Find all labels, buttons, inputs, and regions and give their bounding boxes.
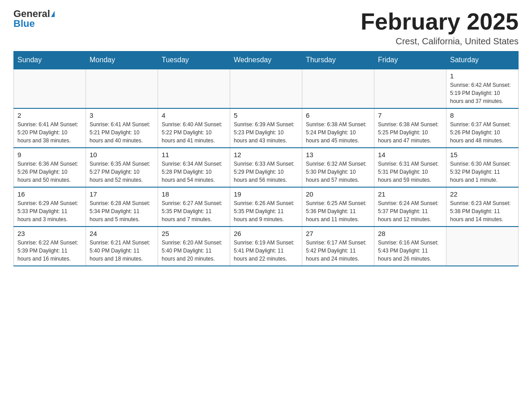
calendar-cell: 16Sunrise: 6:29 AM Sunset: 5:33 PM Dayli… xyxy=(14,187,86,227)
calendar-cell: 4Sunrise: 6:40 AM Sunset: 5:22 PM Daylig… xyxy=(158,108,230,148)
day-info: Sunrise: 6:21 AM Sunset: 5:40 PM Dayligh… xyxy=(90,239,154,263)
day-number: 1 xyxy=(450,72,515,80)
day-info: Sunrise: 6:25 AM Sunset: 5:36 PM Dayligh… xyxy=(306,199,370,223)
day-number: 26 xyxy=(234,230,298,237)
calendar-table: SundayMondayTuesdayWednesdayThursdayFrid… xyxy=(13,51,519,266)
day-header-wednesday: Wednesday xyxy=(230,51,302,69)
day-number: 24 xyxy=(90,230,154,237)
calendar-cell: 13Sunrise: 6:32 AM Sunset: 5:30 PM Dayli… xyxy=(302,148,374,187)
calendar-cell: 24Sunrise: 6:21 AM Sunset: 5:40 PM Dayli… xyxy=(86,227,158,266)
calendar-cell: 5Sunrise: 6:39 AM Sunset: 5:23 PM Daylig… xyxy=(230,108,302,148)
calendar-cell: 14Sunrise: 6:31 AM Sunset: 5:31 PM Dayli… xyxy=(374,148,446,187)
day-number: 23 xyxy=(17,230,82,237)
day-number: 12 xyxy=(234,151,298,158)
calendar-cell: 25Sunrise: 6:20 AM Sunset: 5:40 PM Dayli… xyxy=(158,227,230,266)
day-number: 16 xyxy=(17,190,82,198)
day-number: 20 xyxy=(306,190,370,198)
day-number: 13 xyxy=(306,151,370,158)
day-header-saturday: Saturday xyxy=(446,51,519,69)
day-number: 3 xyxy=(90,111,154,119)
day-info: Sunrise: 6:22 AM Sunset: 5:39 PM Dayligh… xyxy=(17,239,82,263)
day-info: Sunrise: 6:36 AM Sunset: 5:26 PM Dayligh… xyxy=(17,160,82,184)
day-number: 10 xyxy=(90,151,154,158)
calendar-cell: 27Sunrise: 6:17 AM Sunset: 5:42 PM Dayli… xyxy=(302,227,374,266)
calendar-cell: 23Sunrise: 6:22 AM Sunset: 5:39 PM Dayli… xyxy=(14,227,86,266)
day-info: Sunrise: 6:28 AM Sunset: 5:34 PM Dayligh… xyxy=(90,199,154,223)
calendar-cell xyxy=(86,69,158,108)
day-number: 8 xyxy=(450,111,515,119)
day-header-thursday: Thursday xyxy=(302,51,374,69)
day-number: 17 xyxy=(90,190,154,198)
calendar-cell: 3Sunrise: 6:41 AM Sunset: 5:21 PM Daylig… xyxy=(86,108,158,148)
calendar-week-row: 23Sunrise: 6:22 AM Sunset: 5:39 PM Dayli… xyxy=(14,227,519,266)
calendar-cell: 8Sunrise: 6:37 AM Sunset: 5:26 PM Daylig… xyxy=(446,108,519,148)
day-info: Sunrise: 6:29 AM Sunset: 5:33 PM Dayligh… xyxy=(17,199,82,223)
calendar-week-row: 9Sunrise: 6:36 AM Sunset: 5:26 PM Daylig… xyxy=(14,148,519,187)
day-number: 21 xyxy=(378,190,442,198)
logo-general-text: General xyxy=(13,9,50,19)
calendar-cell: 19Sunrise: 6:26 AM Sunset: 5:35 PM Dayli… xyxy=(230,187,302,227)
day-number: 25 xyxy=(162,230,226,237)
day-info: Sunrise: 6:24 AM Sunset: 5:37 PM Dayligh… xyxy=(378,199,442,223)
page-header: General Blue February 2025 Crest, Califo… xyxy=(13,9,519,47)
day-header-sunday: Sunday xyxy=(14,51,86,69)
day-info: Sunrise: 6:40 AM Sunset: 5:22 PM Dayligh… xyxy=(162,120,226,145)
calendar-header-row: SundayMondayTuesdayWednesdayThursdayFrid… xyxy=(14,51,519,69)
day-number: 9 xyxy=(17,151,82,158)
day-number: 18 xyxy=(162,190,226,198)
calendar-cell: 2Sunrise: 6:41 AM Sunset: 5:20 PM Daylig… xyxy=(14,108,86,148)
location-subtitle: Crest, California, United States xyxy=(360,36,519,47)
day-info: Sunrise: 6:19 AM Sunset: 5:41 PM Dayligh… xyxy=(234,239,298,263)
day-header-tuesday: Tuesday xyxy=(158,51,230,69)
day-number: 15 xyxy=(450,151,515,158)
calendar-week-row: 1Sunrise: 6:42 AM Sunset: 5:19 PM Daylig… xyxy=(14,69,519,108)
day-number: 6 xyxy=(306,111,370,119)
day-number: 7 xyxy=(378,111,442,119)
calendar-cell xyxy=(158,69,230,108)
calendar-cell: 20Sunrise: 6:25 AM Sunset: 5:36 PM Dayli… xyxy=(302,187,374,227)
calendar-week-row: 2Sunrise: 6:41 AM Sunset: 5:20 PM Daylig… xyxy=(14,108,519,148)
day-info: Sunrise: 6:27 AM Sunset: 5:35 PM Dayligh… xyxy=(162,199,226,223)
day-info: Sunrise: 6:33 AM Sunset: 5:29 PM Dayligh… xyxy=(234,160,298,184)
calendar-cell: 11Sunrise: 6:34 AM Sunset: 5:28 PM Dayli… xyxy=(158,148,230,187)
day-info: Sunrise: 6:41 AM Sunset: 5:20 PM Dayligh… xyxy=(17,120,82,145)
calendar-cell xyxy=(446,227,519,266)
day-info: Sunrise: 6:20 AM Sunset: 5:40 PM Dayligh… xyxy=(162,239,226,263)
calendar-cell: 15Sunrise: 6:30 AM Sunset: 5:32 PM Dayli… xyxy=(446,148,519,187)
day-number: 22 xyxy=(450,190,515,198)
logo: General Blue xyxy=(13,9,55,29)
day-info: Sunrise: 6:17 AM Sunset: 5:42 PM Dayligh… xyxy=(306,239,370,263)
day-info: Sunrise: 6:39 AM Sunset: 5:23 PM Dayligh… xyxy=(234,120,298,145)
day-number: 14 xyxy=(378,151,442,158)
day-number: 28 xyxy=(378,230,442,237)
day-info: Sunrise: 6:38 AM Sunset: 5:24 PM Dayligh… xyxy=(306,120,370,145)
calendar-cell: 7Sunrise: 6:38 AM Sunset: 5:25 PM Daylig… xyxy=(374,108,446,148)
month-title: February 2025 xyxy=(360,9,519,34)
day-info: Sunrise: 6:31 AM Sunset: 5:31 PM Dayligh… xyxy=(378,160,442,184)
day-number: 19 xyxy=(234,190,298,198)
day-number: 2 xyxy=(17,111,82,119)
day-info: Sunrise: 6:26 AM Sunset: 5:35 PM Dayligh… xyxy=(234,199,298,223)
logo-blue-text: Blue xyxy=(13,19,35,29)
day-info: Sunrise: 6:35 AM Sunset: 5:27 PM Dayligh… xyxy=(90,160,154,184)
day-header-monday: Monday xyxy=(86,51,158,69)
day-info: Sunrise: 6:42 AM Sunset: 5:19 PM Dayligh… xyxy=(450,81,515,105)
calendar-cell: 22Sunrise: 6:23 AM Sunset: 5:38 PM Dayli… xyxy=(446,187,519,227)
day-number: 4 xyxy=(162,111,226,119)
day-number: 27 xyxy=(306,230,370,237)
calendar-cell: 17Sunrise: 6:28 AM Sunset: 5:34 PM Dayli… xyxy=(86,187,158,227)
day-info: Sunrise: 6:30 AM Sunset: 5:32 PM Dayligh… xyxy=(450,160,515,184)
day-number: 5 xyxy=(234,111,298,119)
calendar-cell xyxy=(302,69,374,108)
calendar-cell xyxy=(14,69,86,108)
day-info: Sunrise: 6:16 AM Sunset: 5:43 PM Dayligh… xyxy=(378,239,442,263)
day-info: Sunrise: 6:38 AM Sunset: 5:25 PM Dayligh… xyxy=(378,120,442,145)
day-number: 11 xyxy=(162,151,226,158)
calendar-week-row: 16Sunrise: 6:29 AM Sunset: 5:33 PM Dayli… xyxy=(14,187,519,227)
calendar-cell: 18Sunrise: 6:27 AM Sunset: 5:35 PM Dayli… xyxy=(158,187,230,227)
title-block: February 2025 Crest, California, United … xyxy=(360,9,519,47)
day-info: Sunrise: 6:41 AM Sunset: 5:21 PM Dayligh… xyxy=(90,120,154,145)
calendar-cell xyxy=(374,69,446,108)
calendar-cell: 6Sunrise: 6:38 AM Sunset: 5:24 PM Daylig… xyxy=(302,108,374,148)
calendar-cell: 10Sunrise: 6:35 AM Sunset: 5:27 PM Dayli… xyxy=(86,148,158,187)
